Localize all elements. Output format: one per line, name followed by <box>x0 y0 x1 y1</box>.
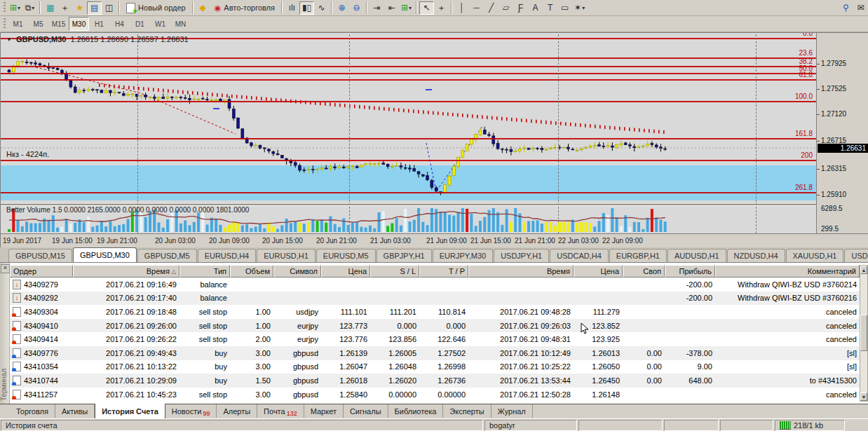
toolbar-grip[interactable] <box>4 2 6 13</box>
search-button[interactable]: ⚲ <box>839 1 853 15</box>
vertical-line-button[interactable]: │ <box>454 1 469 15</box>
timeframe-button-h1[interactable]: H1 <box>89 17 109 31</box>
chart-tab-gbpjpy-h1[interactable]: GBPJPY,H1 <box>377 249 432 262</box>
chart-tab-nzdusd-h4[interactable]: NZDUSD,H4 <box>727 249 785 262</box>
chart-plot-area[interactable]: 0.023.638.250.061.8100.0161.8200261.8 ▼ … <box>1 33 816 233</box>
shapes-button[interactable]: ✶▾ <box>572 1 587 15</box>
chart-tab-usdcad-h4[interactable]: USDCAD,H4 <box>550 249 609 262</box>
fibonacci-button[interactable]: Ƒ <box>513 1 528 15</box>
community-chat-button[interactable]: ✉ <box>853 1 868 15</box>
terminal-tab-маркет[interactable]: Маркет <box>304 404 344 418</box>
zoom-out-button[interactable]: ⊖ <box>349 1 364 15</box>
terminal-tab-эксперты[interactable]: Эксперты <box>443 404 491 418</box>
column-header-8[interactable]: Время <box>468 265 574 278</box>
chart-tab-usdrub-daily[interactable]: USDRUB,Daily <box>844 249 868 262</box>
chart-tab-gbpusd-m30[interactable]: GBPUSD,M30 <box>73 247 137 262</box>
cursor-button[interactable]: ↖ <box>419 1 434 15</box>
chart-shift-button[interactable]: ⇤ <box>384 1 399 15</box>
label-tool-button[interactable]: T <box>543 1 557 15</box>
terminal-close-button[interactable]: × <box>1 264 10 273</box>
chart-tab-eurusd-h4[interactable]: EURUSD,H4 <box>198 249 257 262</box>
table-cell: 123.856 <box>370 335 419 343</box>
table-row[interactable]: 434097762017.06.21 09:49:43buy3.00gbpusd… <box>10 346 860 360</box>
new-chart-button[interactable]: ⊞▾ <box>8 1 22 15</box>
timeframe-button-w1[interactable]: W1 <box>150 17 170 31</box>
chart-tab-eurusd-m5[interactable]: EURUSD,M5 <box>316 249 376 262</box>
terminal-tab-новости[interactable]: Новости99 <box>165 404 217 418</box>
zoom-in-button[interactable]: ⊕ <box>334 1 349 15</box>
rectangle-tool-button[interactable]: ▭ <box>557 1 572 15</box>
data-window-button[interactable]: ＋ <box>57 1 72 15</box>
market-watch-button[interactable]: ▦ <box>43 1 57 15</box>
indicators-button[interactable]: ⊞▾ <box>399 1 414 15</box>
table-row[interactable]: 434103542017.06.21 10:13:22buy3.00gbpusd… <box>10 360 860 374</box>
channel-button[interactable]: ▱ <box>499 1 513 15</box>
table-scrollbar[interactable]: ▲ ▼ <box>860 265 868 402</box>
timeframe-button-m1[interactable]: M1 <box>8 17 28 31</box>
table-row[interactable]: 434094142017.06.21 09:26:22sell stop2.00… <box>10 332 860 346</box>
toolbar-grip[interactable] <box>4 18 6 29</box>
profiles-button[interactable]: ⧉▾ <box>22 1 37 15</box>
collapse-icon[interactable]: ▼ <box>6 36 12 43</box>
new-order-button[interactable]: Новый ордер <box>122 1 190 15</box>
terminal-tab-библиотека[interactable]: Библиотека <box>388 404 444 418</box>
terminal-tab-сигналы[interactable]: Сигналы <box>344 404 388 418</box>
table-row[interactable]: 434107442017.06.21 10:29:09buy1.50gbpusd… <box>10 374 860 388</box>
timeframe-button-m30[interactable]: M30 <box>69 17 89 31</box>
timeframe-button-d1[interactable]: D1 <box>130 17 150 31</box>
line-chart-button[interactable]: ∿ <box>314 1 329 15</box>
terminal-tab-почта[interactable]: Почта132 <box>257 404 304 418</box>
chart-tab-xauusd-h1[interactable]: XAUUSD,H1 <box>786 249 844 262</box>
terminal-tab-журнал[interactable]: Журнал <box>491 404 533 418</box>
table-row[interactable]: ↓434092792017.06.21 09:16:49balance-200.… <box>10 278 860 292</box>
trendline-button[interactable]: ╱ <box>484 1 499 15</box>
scroll-up-button[interactable]: ▲ <box>860 266 867 274</box>
column-header-11[interactable]: Прибыль <box>665 265 715 278</box>
column-header-4[interactable]: Символ <box>273 265 321 278</box>
table-row[interactable]: 434094102017.06.21 09:26:00sell stop1.00… <box>10 319 860 333</box>
chart-tab-eurgbp-h1[interactable]: EURGBP,H1 <box>609 249 667 262</box>
column-header-3[interactable]: Объем <box>230 265 273 278</box>
bar-chart-button[interactable]: ılı <box>285 1 299 15</box>
terminal-button[interactable]: ▤ <box>87 1 102 15</box>
chart-tab-usdjpy-h1[interactable]: USDJPY,H1 <box>494 249 549 262</box>
chart-tab-gbpusd-m15[interactable]: GBPUSD,M15 <box>8 249 72 262</box>
timeframe-button-m5[interactable]: M5 <box>28 17 48 31</box>
column-header-10[interactable]: Своп <box>623 265 665 278</box>
chart-tab-eurjpy-m30[interactable]: EURJPY,M30 <box>433 249 493 262</box>
column-header-1[interactable]: Время△ <box>73 265 179 278</box>
metaeditor-button[interactable]: ◆ <box>196 1 210 15</box>
chart-tab-eurusd-h1[interactable]: EURUSD,H1 <box>257 249 316 262</box>
scroll-down-button[interactable]: ▼ <box>860 392 867 401</box>
terminal-tab-торговля[interactable]: Торговля <box>10 404 55 418</box>
column-header-6[interactable]: S / L <box>370 265 419 278</box>
chart-tab-gbpusd-m5[interactable]: GBPUSD,M5 <box>137 249 197 262</box>
table-row[interactable]: 434093042017.06.21 09:18:48sell stop1.00… <box>10 305 860 319</box>
timeframe-button-mn[interactable]: MN <box>170 17 191 31</box>
column-header-5[interactable]: Цена <box>321 265 370 278</box>
column-header-12[interactable]: Комментарий <box>715 265 860 278</box>
column-header-0[interactable]: Ордер <box>10 265 73 278</box>
column-header-2[interactable]: Тип <box>179 265 230 278</box>
column-header-7[interactable]: T / P <box>419 265 468 278</box>
column-header-9[interactable]: Цена <box>574 265 623 278</box>
candlestick-chart-button[interactable]: ▮▯ <box>299 1 314 15</box>
table-row[interactable]: ↓434092922017.06.21 09:17:40balance-200.… <box>10 292 860 306</box>
navigator-button[interactable]: ★ <box>72 1 87 15</box>
horizontal-line-button[interactable]: ─ <box>469 1 484 15</box>
timeframe-button-h4[interactable]: H4 <box>109 17 130 31</box>
table-row[interactable]: 434112572017.06.21 10:45:23sell stop3.00… <box>10 388 860 402</box>
crosshair-button[interactable]: ＋ <box>434 1 449 15</box>
scrollbar-thumb[interactable] <box>860 315 867 351</box>
strategy-tester-button[interactable]: ◫ <box>102 1 116 15</box>
price-scale[interactable]: 1.279251.275251.271201.267151.263151.259… <box>816 33 868 233</box>
terminal-tab-активы[interactable]: Активы <box>55 404 95 418</box>
time-axis[interactable]: 19 Jun 201719 Jun 15:0019 Jun 21:0020 Ju… <box>1 233 868 249</box>
auto-scroll-button[interactable]: ⇥ <box>369 1 384 15</box>
auto-trading-button[interactable]: ◉Авто-торговля <box>210 1 279 15</box>
timeframe-button-m15[interactable]: M15 <box>48 17 69 31</box>
text-tool-button[interactable]: A <box>528 1 543 15</box>
chart-tab-audusd-h1[interactable]: AUDUSD,H1 <box>667 249 726 262</box>
terminal-tab-алерты[interactable]: Алерты <box>217 404 257 418</box>
terminal-tab-история-счета[interactable]: История Счета <box>95 404 165 419</box>
